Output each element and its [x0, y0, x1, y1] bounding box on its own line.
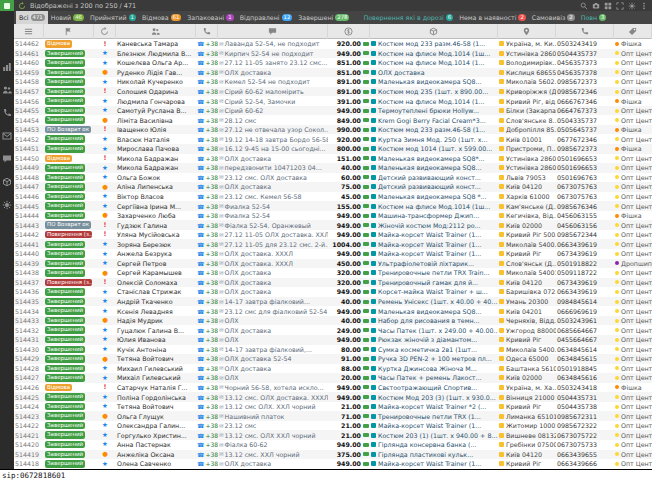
table-row[interactable]: 514446Завершений★Віктор Власов☎+38✉23.12… — [14, 192, 652, 202]
table-row[interactable]: 514456Завершений★Людмила Гончарова☎+38✉С… — [14, 96, 652, 106]
table-row[interactable]: 514443ПО Возврат ок!Гудзюк Галина☎+38✉Фі… — [14, 220, 652, 230]
table-row[interactable]: 514441Завершений★Зоряна Березюк☎+38✉27.1… — [14, 239, 652, 249]
table-row[interactable]: 514455Завершений★Самотуй Руслана В...☎+3… — [14, 106, 652, 116]
status-tab-5[interactable]: Відправлені12 — [237, 11, 296, 24]
table-row[interactable]: 514433Завершений●Надія Мудрик☎+38✉ОЛХ40.… — [14, 316, 652, 326]
order-source: Опт Центр — [614, 392, 652, 402]
expand-icon[interactable] — [616, 2, 624, 10]
col-comment[interactable] — [218, 24, 328, 39]
table-row[interactable]: 514448Завершений★Ольга Божок☎+38✉23.12 с… — [14, 173, 652, 183]
app-logo[interactable] — [0, 0, 14, 11]
sidebar-chart-icon[interactable] — [2, 62, 12, 72]
table-row[interactable]: 514460Завершений★Кошелєва Ольга Ар...☎+3… — [14, 58, 652, 68]
table-row[interactable]: 514454Завершений●Ліміта Василівна☎+38✉28… — [14, 115, 652, 125]
table-row[interactable]: 514425Завершений★Поліна Гордолінська☎+38… — [14, 392, 652, 402]
status-badge: Завершений — [45, 183, 85, 191]
row-flags: ★ — [94, 421, 116, 431]
table-row[interactable]: 514445Завершений★Сергіївна Ірина М...☎+3… — [14, 201, 652, 211]
col-location[interactable] — [498, 24, 556, 39]
payment-icon — [363, 347, 369, 351]
table-row[interactable]: 514429Завершений●Тетяна Войтович☎+38✉ОЛХ… — [14, 354, 652, 364]
status-tab-0[interactable]: Всі471 — [16, 11, 48, 24]
col-customer[interactable] — [116, 24, 196, 39]
table-row[interactable]: 514461Завершений★Блезнюк Людмила В...☎+3… — [14, 49, 652, 59]
status-tab-9[interactable]: Самовивіз2 — [529, 11, 578, 24]
status-badge: Відмова — [45, 155, 72, 163]
table-row[interactable]: 514423Завершений●Ольга Глущук☎+38✉Нашивн… — [14, 411, 652, 421]
mail-icon: ✉ — [219, 213, 224, 219]
table-row[interactable]: 514428Завершений★Михаил Гилевський☎+38✉О… — [14, 364, 652, 374]
table-row[interactable]: 514424Завершений★Тетяна Войтович☎+38✉13.… — [14, 402, 652, 412]
status-tab-3[interactable]: Відмова61 — [139, 11, 184, 24]
refresh-icon[interactable] — [18, 2, 26, 10]
col-phone[interactable] — [556, 24, 614, 39]
product-icon — [371, 127, 376, 132]
sidebar-users-icon[interactable] — [2, 85, 12, 95]
col-product[interactable] — [370, 24, 498, 39]
table-row[interactable]: 514453ПО Возврат ок!Іващенко Юлія☎+38✉27… — [14, 125, 652, 135]
table-row[interactable]: 514435Завершений★Андрій Ткаченко☎+38✉14-… — [14, 297, 652, 307]
location-icon — [499, 318, 504, 323]
table-row[interactable]: 514426Відмова!Сатарчук Наталія Г...☎+38✉… — [14, 383, 652, 393]
sidebar-chat-icon[interactable] — [2, 154, 12, 164]
table-row[interactable]: 514422Завершений★Олександра Галин...☎+38… — [14, 421, 652, 431]
col-flags[interactable] — [94, 24, 116, 39]
table-row[interactable]: 514457Завершений!Солошия Одарина☎+38✉Сір… — [14, 87, 652, 97]
table-row[interactable]: 514458Завершений★Николай Кучеренко☎+38✉К… — [14, 77, 652, 87]
table-row[interactable]: 514440Завершений★Анжела Безрука☎+38✉ОЛХ … — [14, 249, 652, 259]
table-row[interactable]: 514439Завершений★Сергей Петров☎+38✉ОЛХ д… — [14, 259, 652, 269]
sidebar-mail-icon[interactable] — [2, 131, 12, 141]
table-row[interactable]: 514452Завершений★Власюк Наталія☎+38✉19.1… — [14, 134, 652, 144]
sidebar-gear-icon[interactable] — [2, 200, 12, 210]
status-tab-1[interactable]: Новий46 — [48, 11, 87, 24]
table-row[interactable]: 514432Завершений★Гуцалюк Галина В...☎+38… — [14, 325, 652, 335]
sidebar-box-icon[interactable] — [2, 177, 12, 187]
row-flags: ★ — [94, 201, 116, 211]
table-row[interactable]: 514444Завершений●Захарченко Люба☎+38✉Фиа… — [14, 211, 652, 221]
table-row[interactable]: 514420Завершений★Анна Пастернак☎+38✉Фіал… — [14, 440, 652, 450]
status-tab-2[interactable]: Прийнятий1 — [87, 11, 139, 24]
order-status: Завершений — [44, 58, 94, 68]
table-row[interactable]: 514462Відмова!Каневська Тамара☎+38✉Лаван… — [14, 39, 652, 49]
table-row[interactable]: 514430Завершений★Кучік Антоніна☎+38✉14-1… — [14, 345, 652, 355]
table-row[interactable]: 514436Завершений★Станіслав Стрижак☎+38✉О… — [14, 287, 652, 297]
status-tab-8[interactable]: Нема в наявності2 — [456, 11, 529, 24]
table-row[interactable]: 514450Відмова!Микола Бадражан☎+38✉ОЛХ до… — [14, 154, 652, 164]
col-phone-prefix[interactable] — [196, 24, 218, 39]
table-row[interactable]: 514427Завершений★Михаіл Гилевський☎+38✉О… — [14, 373, 652, 383]
table-row[interactable]: 514451Завершений★Мирослава Пачова☎+38✉16… — [14, 144, 652, 154]
col-total[interactable] — [328, 24, 370, 39]
row-flags: ★ — [94, 163, 116, 173]
status-tab-7[interactable]: Повернення які в дорозі6 — [360, 11, 456, 24]
table-row[interactable]: 514418Завершений★Олена Савченко☎+38✉ОЛХ … — [14, 459, 652, 469]
status-tab-4[interactable]: Запаковані1 — [184, 11, 236, 24]
table-row[interactable]: 514447Завершений●Аліна Липенська☎+38✉ОЛХ… — [14, 182, 652, 192]
sidebar-phone-icon[interactable] — [2, 108, 12, 118]
table-row[interactable]: 514459Завершений●Руденко Лідія Гав...☎+3… — [14, 68, 652, 78]
gear-icon[interactable] — [628, 2, 636, 10]
search-icon[interactable] — [580, 2, 588, 10]
col-status[interactable] — [44, 24, 94, 39]
table-row[interactable]: 514437Повернення (з..!Олексій Соломаха☎+… — [14, 278, 652, 288]
order-total: 949.00 — [328, 249, 370, 259]
table-row[interactable]: 514431Завершений★Юлия Иванова☎+38✉ОЛХ949… — [14, 335, 652, 345]
table-row[interactable]: 514449Завершений★Микола Бадражан☎+38✉пер… — [14, 163, 652, 173]
col-id[interactable] — [14, 24, 44, 39]
table-row[interactable]: 514419Завершений●Анжеліка Оксана☎+38✉13.… — [14, 450, 652, 460]
phone-icon: ☎ — [197, 432, 204, 439]
grid-icon[interactable] — [604, 2, 612, 10]
camera-icon[interactable] — [592, 2, 600, 10]
delivery-location: Лиманка 65101 — [498, 411, 556, 421]
product-summary: Костюм на флисе Мод.1014 (1... — [370, 58, 498, 68]
table-row[interactable]: 514421Завершений★Горгулько Христин...☎+3… — [14, 430, 652, 440]
status-tab-6[interactable]: Завершені278 — [295, 11, 352, 24]
dots-icon[interactable] — [640, 2, 648, 10]
col-source[interactable] — [614, 24, 652, 39]
payment-icon — [363, 424, 369, 428]
table-row[interactable]: 514434Завершений★Ксенія Левадняя☎+38✉23.… — [14, 306, 652, 316]
table-row[interactable]: 514438Завершений●Сергей Карамышев☎+38✉ОЛ… — [14, 268, 652, 278]
table-row[interactable]: 514442Повернення (з..!Уляна Мусійовська☎… — [14, 230, 652, 240]
status-badge: Відмова — [45, 40, 72, 48]
order-source: Опт Центр — [614, 134, 652, 144]
status-tab-10[interactable]: Повн3 — [578, 11, 610, 24]
